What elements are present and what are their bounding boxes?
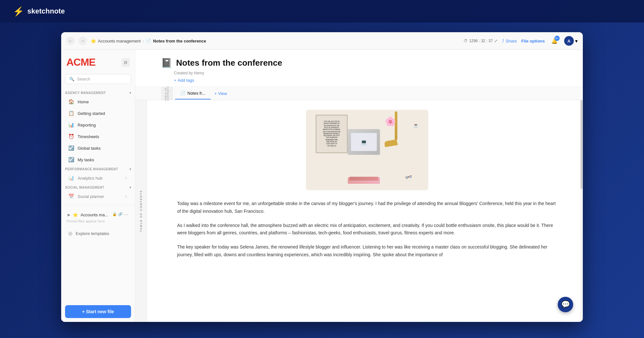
sidebar-item-home-label: Home [78,99,128,104]
sidebar-item-social-planner[interactable]: 📅 Social planner ⏸ [63,191,133,202]
tab-notes-file-icon: 📄 [180,91,185,96]
timer-value: 1296 : 32 : 37 [469,39,493,43]
accounts-item[interactable]: ▶ ⭐ Accounts ma... 🔒 🔗 ⋯ [65,210,131,219]
breadcrumb-file-icon: 📄 [146,39,151,43]
search-icon: 🔍 [69,77,74,81]
window-navbar: ← → 🌟 Accounts management › 📄 Notes from… [61,32,583,50]
accounts-item-label: Accounts ma... [80,212,108,217]
desk-poster: LIVE THE LIFE YOU'VE ALWAYS DREAMED OF. … [316,115,348,153]
agency-management-label: AGENCY MANAGEMENT [65,91,106,95]
analytics-hub-icon: 📊 [68,175,74,181]
tab-notes-label: Notes fr... [187,91,205,96]
doc-tabs: TABLE OF CONTENTS 📄 Notes fr... + View [135,87,583,100]
desk-items: ☕ [413,123,419,128]
search-placeholder: Search [77,77,90,81]
sidebar-item-timesheets[interactable]: ⏰ Timesheets [63,131,133,142]
share-label: Share [506,39,517,43]
sidebar-collapse-button[interactable]: ⊟ [121,58,130,67]
lock-icon: 🔒 [112,212,117,217]
breadcrumb-current: Notes from the conference [153,39,206,43]
sidebar-item-analytics-hub[interactable]: 📊 Analytics hub ⏸ [63,173,133,183]
accounts-actions: 🔒 🔗 ⋯ [112,212,128,217]
doc-title-icon: 📓 [161,58,172,68]
sidebar-item-reporting-label: Reporting [78,123,128,127]
social-management-header[interactable]: SOCIAL MANAGEMENT ▾ [61,184,135,191]
more-icon[interactable]: ⋯ [124,212,128,217]
desk-laptop: 💻 [348,129,380,155]
notification-badge: 8+ [554,36,560,41]
logo: ⚡ sketchnote [13,6,65,17]
home-icon: 🏠 [68,99,74,105]
file-options-button[interactable]: File options [521,39,545,43]
add-tags-label: Add tags [178,78,194,83]
breadcrumb-emoji: 🌟 [91,39,96,43]
doc-paragraph-1: Today was a milestone event for me, an u… [177,200,557,215]
breadcrumb: 🌟 Accounts management › 📄 Notes from the… [91,39,460,43]
tab-notes[interactable]: 📄 Notes fr... [175,88,211,99]
pinned-label: Pinned files appear here [65,219,131,223]
back-button[interactable]: ← [66,37,75,45]
expand-icon[interactable]: ⤢ [494,39,497,43]
desk-books-2 [349,177,378,181]
add-tags-button[interactable]: + Add tags [161,78,557,83]
timesheets-icon: ⏰ [68,134,74,139]
my-tasks-icon: ☑️ [68,157,74,163]
performance-management-label: PERFORMANCE MANAGEMENT [65,167,118,171]
acme-logo: ACME [66,56,95,68]
doc-paragraph-2: As I walked into the conference hall, th… [177,222,557,237]
avatar-chevron-icon: ▾ [575,38,578,44]
sidebar-item-getting-started[interactable]: 📋 Getting started [63,108,133,119]
tab-add-label: View [218,91,227,96]
chat-bubble-button[interactable]: 💬 [558,297,573,312]
timer-display: ⏱ 1296 : 32 : 37 ⤢ [464,39,497,43]
doc-content-area: LIVE THE LIFE YOU'VE ALWAYS DREAMED OF. … [177,110,557,259]
sidebar-item-timesheets-label: Timesheets [78,134,128,139]
sidebar-item-social-planner-label: Social planner [78,194,121,199]
analytics-hub-badge-icon: ⏸ [124,176,128,180]
lightning-icon: ⚡ [13,6,24,17]
explore-templates-item[interactable]: ◎ Explore templates [63,228,133,239]
explore-templates-label: Explore templates [76,231,109,236]
start-new-file-button[interactable]: + Start new file [65,305,131,318]
explore-templates-icon: ◎ [68,230,72,236]
sidebar-item-getting-started-label: Getting started [78,111,128,116]
share-button[interactable]: ⤴ Share [502,39,517,43]
agency-management-header[interactable]: AGENCY MANAGEMENT ▾ [61,89,135,96]
doc-body[interactable]: TABLE OF CONTENTS LIVE THE LIFE YOU'VE A… [135,100,583,322]
doc-title-row: 📓 Notes from the conference [161,58,557,68]
share-icon: ⤴ [502,39,504,43]
toc-sidebar: TABLE OF CONTENTS [135,100,147,322]
tab-add-icon: + [214,91,217,96]
search-bar[interactable]: 🔍 Search [65,74,131,84]
forward-button[interactable]: → [79,37,87,45]
agency-management-chevron-icon: ▾ [129,91,131,95]
desk-poster-text: LIVE THE LIFE YOU'VE ALWAYS DREAMED OF. … [322,119,342,148]
main-content: 📓 Notes from the conference Created by H… [135,50,583,322]
sidebar-item-reporting[interactable]: 📊 Reporting [63,119,133,130]
doc-header: 📓 Notes from the conference Created by H… [135,50,583,87]
sidebar-logo-area: ACME ⊟ [61,50,135,71]
sidebar-item-home[interactable]: 🏠 Home [63,96,133,107]
user-avatar-area[interactable]: A ▾ [564,36,578,46]
getting-started-icon: 📋 [68,110,74,116]
doc-meta: Created by Henry [161,71,557,75]
sidebar-divider [61,205,135,205]
sidebar-item-global-tasks[interactable]: ☑️ Global tasks [63,143,133,154]
add-tags-plus-icon: + [174,78,176,83]
pinned-area: ▶ ⭐ Accounts ma... 🔒 🔗 ⋯ Pinned files ap… [61,208,135,228]
social-planner-icon: 📅 [68,193,74,199]
window-body: ACME ⊟ 🔍 Search AGENCY MANAGEMENT ▾ 🏠 Ho… [61,50,583,322]
app-window: ← → 🌟 Accounts management › 📄 Notes from… [61,32,583,322]
avatar: A [564,36,574,46]
top-bar: ⚡ sketchnote [0,0,644,23]
doc-hero-image: LIVE THE LIFE YOU'VE ALWAYS DREAMED OF. … [306,110,428,190]
scrollbar[interactable] [580,100,583,322]
notifications-button[interactable]: 🔔 8+ [549,36,560,46]
sidebar-item-my-tasks[interactable]: ☑️ My tasks [63,154,133,165]
tab-add-view-button[interactable]: + View [211,88,231,99]
reporting-icon: 📊 [68,122,74,128]
social-management-chevron-icon: ▾ [129,186,131,189]
breadcrumb-parent[interactable]: Accounts management [98,39,141,43]
performance-management-header[interactable]: PERFORMANCE MANAGEMENT ▾ [61,165,135,172]
scrollbar-thumb [581,100,582,189]
